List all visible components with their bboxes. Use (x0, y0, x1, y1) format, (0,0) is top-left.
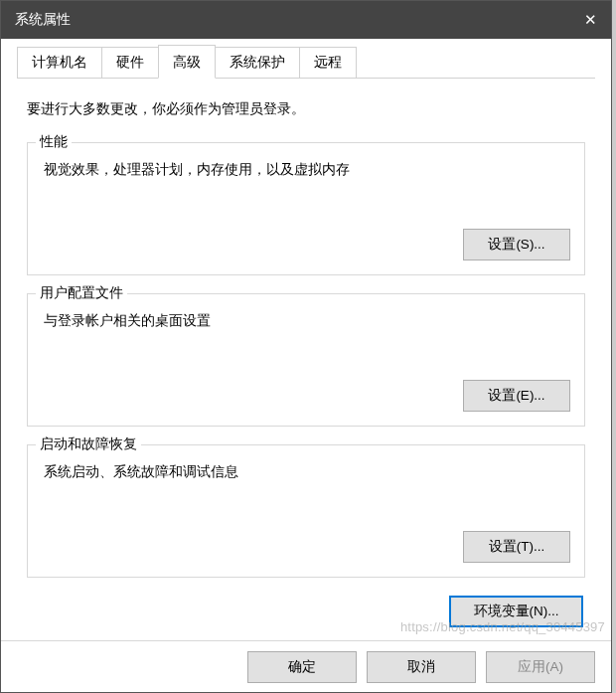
environment-variables-button[interactable]: 环境变量(N)... (449, 596, 583, 627)
ok-button[interactable]: 确定 (247, 651, 357, 683)
performance-group: 性能 视觉效果，处理器计划，内存使用，以及虚拟内存 设置(S)... (27, 142, 585, 275)
performance-settings-button[interactable]: 设置(S)... (463, 229, 570, 260)
performance-desc: 视觉效果，处理器计划，内存使用，以及虚拟内存 (42, 161, 570, 179)
window-title: 系统属性 (15, 11, 71, 29)
system-properties-dialog: 系统属性 ✕ 计算机名 硬件 高级 系统保护 远程 要进行大多数更改，你必须作为… (0, 0, 612, 693)
tabs: 计算机名 硬件 高级 系统保护 远程 (17, 47, 611, 79)
tab-computer-name[interactable]: 计算机名 (17, 47, 102, 79)
admin-note: 要进行大多数更改，你必须作为管理员登录。 (27, 100, 585, 118)
startup-recovery-group: 启动和故障恢复 系统启动、系统故障和调试信息 设置(T)... (27, 444, 585, 578)
dialog-content: 计算机名 硬件 高级 系统保护 远程 要进行大多数更改，你必须作为管理员登录。 … (1, 47, 611, 649)
tab-hardware[interactable]: 硬件 (101, 47, 159, 79)
tab-remote[interactable]: 远程 (299, 47, 357, 79)
tab-divider (17, 78, 595, 79)
dialog-buttons: 确定 取消 应用(A) (1, 640, 611, 692)
user-profiles-desc: 与登录帐户相关的桌面设置 (42, 312, 570, 330)
user-profiles-group: 用户配置文件 与登录帐户相关的桌面设置 设置(E)... (27, 293, 585, 427)
cancel-button[interactable]: 取消 (367, 651, 476, 683)
user-profiles-settings-button[interactable]: 设置(E)... (463, 380, 570, 412)
apply-button[interactable]: 应用(A) (486, 651, 595, 683)
tab-advanced[interactable]: 高级 (158, 45, 216, 79)
advanced-panel: 要进行大多数更改，你必须作为管理员登录。 性能 视觉效果，处理器计划，内存使用，… (1, 79, 611, 649)
close-icon: ✕ (584, 11, 597, 29)
startup-recovery-desc: 系统启动、系统故障和调试信息 (42, 463, 570, 481)
performance-title: 性能 (36, 133, 72, 151)
startup-recovery-settings-button[interactable]: 设置(T)... (463, 531, 570, 563)
tab-system-protection[interactable]: 系统保护 (215, 47, 300, 79)
startup-recovery-title: 启动和故障恢复 (36, 435, 141, 453)
titlebar: 系统属性 ✕ (1, 1, 611, 39)
user-profiles-title: 用户配置文件 (36, 284, 127, 302)
close-button[interactable]: ✕ (569, 1, 611, 39)
